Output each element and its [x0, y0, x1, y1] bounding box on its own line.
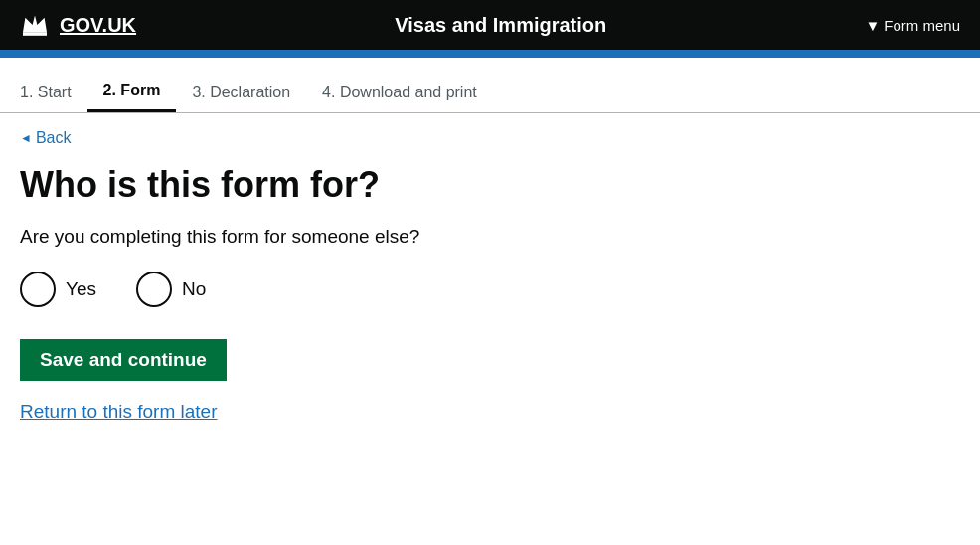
step-start[interactable]: 1. Start — [20, 76, 87, 111]
radio-yes-label: Yes — [66, 278, 96, 300]
step-declaration[interactable]: 3. Declaration — [176, 76, 306, 111]
question-text: Are you completing this form for someone… — [20, 226, 616, 248]
gov-uk-logo[interactable]: GOV.UK — [60, 14, 136, 37]
step-download[interactable]: 4. Download and print — [306, 76, 493, 111]
save-continue-button[interactable]: Save and continue — [20, 339, 227, 381]
radio-no-option[interactable]: No — [136, 272, 206, 307]
blue-accent-bar — [0, 50, 980, 58]
svg-marker-0 — [23, 15, 47, 32]
header-title: Visas and Immigration — [136, 14, 865, 37]
page-heading: Who is this form for? — [20, 163, 616, 206]
radio-group: Yes No — [20, 272, 616, 307]
step-form[interactable]: 2. Form — [87, 74, 177, 112]
form-menu-button[interactable]: ▼ Form menu — [865, 17, 960, 34]
back-link[interactable]: ◄ Back — [20, 129, 960, 147]
site-header: GOV.UK Visas and Immigration ▼ Form menu — [0, 0, 980, 50]
radio-yes-option[interactable]: Yes — [20, 272, 96, 307]
crown-icon — [20, 13, 50, 37]
svg-rect-1 — [23, 32, 47, 36]
logo[interactable]: GOV.UK — [20, 13, 136, 37]
return-later-link[interactable]: Return to this form later — [20, 401, 218, 422]
radio-no-input[interactable] — [136, 272, 172, 307]
back-label: Back — [36, 129, 72, 147]
back-link-container: ◄ Back — [0, 113, 980, 155]
radio-no-label: No — [182, 278, 206, 300]
main-content: Who is this form for? Are you completing… — [0, 155, 636, 443]
back-arrow-icon: ◄ — [20, 131, 32, 145]
form-menu-label: Form menu — [884, 17, 960, 34]
step-navigation: 1. Start 2. Form 3. Declaration 4. Downl… — [0, 58, 980, 113]
radio-yes-input[interactable] — [20, 272, 56, 307]
dropdown-arrow-icon: ▼ — [865, 17, 880, 34]
